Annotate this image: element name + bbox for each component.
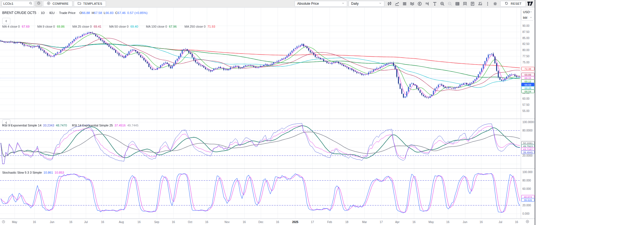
window-right-border: [535, 0, 535, 225]
tradingview-logo[interactable]: [527, 1, 533, 6]
time-axis[interactable]: May16Jun16Jul16Aug16Sep16Oct16Nov16Dec16…: [0, 219, 535, 225]
plus-circle-icon: [47, 1, 51, 6]
axis-tick-label: 55.00: [522, 109, 529, 113]
ma-legend-item[interactable]: MA 9 close 069.86: [37, 25, 65, 28]
add-pane-icon[interactable]: [461, 1, 469, 7]
indicator-price-label: 68.04: [521, 90, 534, 93]
price-scale-select[interactable]: Absolute Price: [295, 1, 347, 7]
ma-value: 67.96: [169, 25, 177, 28]
candles-icon[interactable]: [386, 1, 393, 7]
time-axis-label: Jun: [50, 221, 54, 224]
align-icon[interactable]: [423, 1, 431, 7]
unit-selector-box: USD bbl: [521, 9, 534, 21]
symbol-text: LCOc1: [3, 2, 13, 5]
chart-region: BRENT CRUDE OCT5 · 1D · IEU · Trade Pric…: [0, 8, 535, 225]
time-axis-label: Oct: [188, 221, 192, 224]
ohlc-high: H67.58: [92, 11, 102, 15]
chart-canvas[interactable]: [0, 8, 521, 219]
compare-button[interactable]: COMPARE: [43, 1, 72, 7]
interval-select[interactable]: Daily: [349, 1, 384, 7]
rsi-legend: RSI 9 Exponential Simple 14 33.2343 48.7…: [2, 124, 138, 127]
ma-label: MA 25 close 0: [72, 25, 92, 28]
reset-icon: [505, 1, 508, 6]
rows-icon[interactable]: [401, 1, 408, 7]
table-icon[interactable]: [454, 1, 461, 7]
zoom-in-icon[interactable]: [439, 1, 446, 7]
ma-value: 69.41: [94, 25, 101, 28]
legend-symbol[interactable]: BRENT CRUDE OCT5: [2, 11, 36, 15]
time-axis-label: Dec: [258, 221, 263, 224]
rsi-value-1: 33.2343: [43, 124, 54, 127]
main-legend: BRENT CRUDE OCT5 · 1D · IEU · Trade Pric…: [2, 11, 148, 15]
symbol-search-input[interactable]: LCOc1: [2, 1, 34, 7]
price-scale-value: Absolute Price: [297, 2, 319, 6]
legend-separator: ·: [56, 11, 57, 15]
bar-chart-icon[interactable]: [476, 1, 484, 7]
news-icon[interactable]: [469, 1, 476, 7]
axis-tick-label: 60.000: [522, 187, 531, 190]
rsi2-value-1: 37.4516: [115, 124, 126, 127]
templates-label: TEMPLATES: [83, 2, 102, 5]
time-axis-label: May: [12, 221, 17, 224]
ma-value: 71.93: [207, 25, 215, 28]
axis-tick-label: 85.00: [522, 36, 529, 39]
pane-divider[interactable]: [0, 119, 535, 119]
rsi2-value-2: 49.7445: [127, 124, 138, 127]
time-axis-label: 16: [243, 221, 246, 224]
stoch-legend: Stochastic Slow 5 3 3 Simple 10.861 10.8…: [2, 171, 64, 174]
kebab-icon[interactable]: [484, 1, 491, 7]
toolbar-icon-strip: [386, 1, 499, 7]
ma-legend-item[interactable]: MA 50 close 069.40: [109, 25, 138, 28]
area-chart-icon[interactable]: [393, 1, 401, 7]
ma-label: MA 9 close 0: [37, 25, 55, 28]
gear-icon[interactable]: [491, 1, 499, 7]
templates-button[interactable]: TEMPLATES: [74, 1, 106, 7]
stoch-indicator-name[interactable]: Stochastic Slow 5 3 3 Simple: [2, 171, 42, 174]
axis-tick-label: 80.000: [522, 179, 531, 182]
interval-history-button[interactable]: [35, 1, 42, 7]
toolbar-right-group: Absolute Price Daily RESET: [295, 0, 533, 7]
currency-value: USD: [523, 10, 530, 14]
ma-legend-item[interactable]: MA 250 close 071.93: [184, 25, 215, 28]
main-pane-collapse-button[interactable]: [2, 18, 10, 24]
time-axis-label: 16: [172, 221, 175, 224]
time-axis-label: Jun: [463, 221, 467, 224]
ma-legend-item[interactable]: MA 100 close 067.96: [146, 25, 177, 28]
indicator-price-label: 39.626: [521, 198, 534, 202]
axis-tick-label: 57.50: [522, 103, 529, 106]
time-axis-label: 16: [205, 221, 208, 224]
rsi2-indicator-name[interactable]: RSI 14 Exponential Simple 25: [72, 124, 113, 127]
ohlc-open: O66.88: [79, 11, 90, 15]
chevron-down-icon: [530, 16, 532, 19]
time-axis-clock-icon[interactable]: [2, 220, 5, 224]
legend-separator: ·: [38, 11, 39, 15]
zoom-out-icon[interactable]: [446, 1, 454, 7]
currency-select[interactable]: USD: [521, 9, 534, 15]
ma-legend-item[interactable]: MA 25 close 069.41: [72, 25, 101, 28]
ma-legend-item[interactable]: MA 4 close 067.69: [2, 25, 30, 28]
axis-settings-icon[interactable]: [525, 220, 529, 224]
reset-button[interactable]: RESET: [500, 1, 526, 7]
legend-exchange[interactable]: IEU: [49, 11, 55, 15]
circle-e-icon[interactable]: [416, 1, 423, 7]
rsi-indicator-name[interactable]: RSI 9 Exponential Simple 14: [2, 124, 41, 127]
axis-tick-label: 20.0000: [522, 154, 532, 157]
ma-label: MA 250 close 0: [184, 25, 205, 28]
ma-label: MA 100 close 0: [146, 25, 167, 28]
unit-value: bbl: [523, 16, 527, 19]
reset-label: RESET: [511, 2, 522, 5]
text-icon[interactable]: [431, 1, 439, 7]
pane-divider[interactable]: [0, 168, 535, 169]
axis-tick-label: 0.000: [522, 212, 529, 215]
chevron-down-icon: [379, 2, 382, 6]
interval-value: Daily: [351, 2, 359, 6]
axis-tick-label: 100.000: [522, 171, 532, 174]
stoch-value-2: 10.853: [55, 171, 64, 174]
legend-series-type[interactable]: Trade Price: [59, 11, 75, 15]
waves-icon[interactable]: [408, 1, 416, 7]
time-axis-label: 16: [69, 221, 72, 224]
time-axis-label: 16: [276, 221, 279, 224]
unit-select[interactable]: bbl: [521, 15, 534, 20]
legend-interval[interactable]: 1D: [41, 11, 45, 15]
time-axis-label: Feb: [327, 221, 332, 224]
